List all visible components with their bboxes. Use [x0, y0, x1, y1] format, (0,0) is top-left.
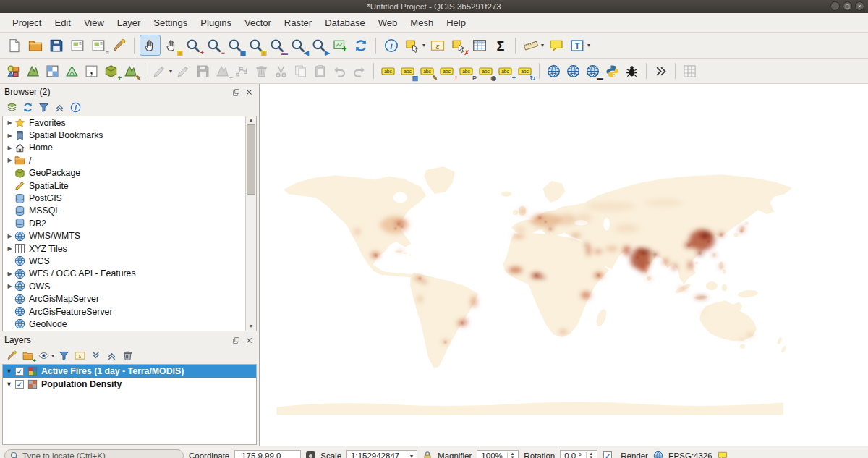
refresh-map-button[interactable] — [351, 35, 370, 55]
crs-value[interactable]: EPSG:4326 — [668, 451, 712, 458]
coordinate-input[interactable]: -175.9,99.0 — [234, 450, 301, 458]
plugin-debug-button[interactable] — [623, 62, 641, 80]
menu-view[interactable]: View — [77, 14, 111, 31]
remove-layer-button[interactable] — [120, 349, 135, 363]
refresh-browser-button[interactable] — [20, 101, 35, 115]
show-hide-labels-button[interactable]: ◉ — [477, 62, 495, 80]
measure-dropdown-icon[interactable]: ▾ — [541, 42, 544, 48]
toolbar-overflow-button[interactable] — [652, 62, 670, 80]
expand-arrow-icon[interactable]: ▶ — [5, 157, 14, 164]
filter-legend-button[interactable] — [56, 349, 71, 363]
browser-item-arcgismapserver[interactable]: ArcGisMapServer — [3, 292, 256, 305]
menu-settings[interactable]: Settings — [147, 14, 194, 31]
new-print-layout-button[interactable] — [67, 35, 87, 55]
float-panel-icon[interactable] — [231, 335, 242, 345]
menu-edit[interactable]: Edit — [48, 14, 77, 31]
select-features-dropdown-icon[interactable]: ▾ — [422, 42, 425, 48]
menu-layer[interactable]: Layer — [111, 14, 148, 31]
layer-diagram-button[interactable]: ▤ — [399, 62, 417, 80]
browser-scrollbar[interactable]: ▲ ▼ — [245, 116, 256, 331]
maximize-window-icon[interactable]: ▢ — [843, 1, 852, 11]
menu-vector[interactable]: Vector — [238, 14, 278, 31]
browser-item-root[interactable]: ▶/ — [3, 154, 256, 166]
scale-combo[interactable]: 1:152942847▾ — [346, 450, 417, 458]
close-panel-icon[interactable] — [244, 335, 255, 345]
menu-project[interactable]: Project — [6, 14, 48, 31]
text-annotation-dropdown-icon[interactable]: ▾ — [587, 42, 590, 48]
open-data-source-manager-button[interactable] — [4, 62, 22, 80]
zoom-to-layer-button[interactable]: ▬ — [267, 35, 286, 55]
expand-arrow-icon[interactable]: ▶ — [5, 271, 14, 277]
manage-map-themes-dropdown-icon[interactable]: ▾ — [51, 352, 54, 359]
statistical-summary-button[interactable] — [490, 35, 510, 55]
browser-item-mssql[interactable]: MSSQL — [3, 205, 256, 217]
open-project-button[interactable] — [25, 35, 45, 55]
lock-scale-icon[interactable] — [422, 451, 433, 458]
browser-item-arcgisfeatureserver[interactable]: ArcGisFeatureServer — [3, 305, 256, 318]
messages-icon[interactable] — [718, 451, 728, 458]
metasearch-button[interactable] — [545, 62, 563, 80]
menu-database[interactable]: Database — [318, 14, 372, 31]
browser-item-wfs-ogc-api-features[interactable]: ▶WFS / OGC API - Features — [3, 268, 256, 280]
scroll-thumb[interactable] — [247, 124, 255, 195]
deselect-features-button[interactable]: ✗ — [448, 35, 468, 55]
browser-item-geopackage[interactable]: GeoPackage — [3, 167, 256, 179]
layout-manager-button[interactable]: ≡ — [88, 35, 108, 55]
osm-place-search-button[interactable]: ▬ — [584, 62, 602, 80]
crs-globe-icon[interactable] — [653, 451, 663, 458]
browser-item-postgis[interactable]: PostGIS — [3, 192, 256, 204]
manage-map-themes-button[interactable] — [36, 349, 51, 363]
add-mesh-layer-button[interactable] — [63, 62, 81, 80]
browser-item-db2[interactable]: DB2 — [3, 217, 256, 229]
close-panel-icon[interactable] — [244, 87, 255, 97]
expand-all-button[interactable] — [88, 349, 103, 363]
scroll-up-icon[interactable]: ▲ — [249, 116, 254, 124]
menu-help[interactable]: Help — [440, 14, 472, 31]
identify-features-button[interactable] — [381, 35, 401, 55]
browser-item-favorites[interactable]: ▶Favorites — [3, 116, 256, 129]
magnifier-spinner[interactable]: 100%▲▼ — [477, 450, 519, 458]
close-window-icon[interactable]: ✕ — [855, 1, 864, 11]
new-project-button[interactable] — [4, 35, 24, 55]
collapse-all-button[interactable] — [52, 101, 67, 115]
zoom-to-selection-button[interactable]: ▣ — [246, 35, 265, 55]
collapse-arrow-icon[interactable]: ▼ — [6, 368, 14, 375]
expand-arrow-icon[interactable]: ▶ — [5, 283, 14, 289]
add-group-button[interactable]: + — [20, 349, 35, 363]
add-selected-layers-button[interactable] — [4, 101, 19, 115]
modify-label-button[interactable]: ✎ — [418, 62, 436, 80]
expand-arrow-icon[interactable]: ▶ — [5, 119, 14, 126]
select-by-expression-button[interactable] — [427, 35, 447, 55]
collapse-arrow-icon[interactable]: ▼ — [6, 381, 14, 388]
pin-unpin-labels-button[interactable]: P — [457, 62, 475, 80]
layer-item-active-fires-1-day-terra-modis[interactable]: ▼✓Active Fires (1 day - Terra/MODIS) — [3, 365, 256, 378]
menu-plugins[interactable]: Plugins — [194, 14, 238, 31]
filter-browser-button[interactable] — [36, 101, 51, 115]
add-raster-layer-button[interactable] — [43, 62, 61, 80]
browser-item-xyz-tiles[interactable]: ▶XYZ Tiles — [3, 242, 256, 255]
menu-raster[interactable]: Raster — [278, 14, 318, 31]
open-attribute-table-button[interactable] — [469, 35, 489, 55]
browser-item-home[interactable]: ▶Home — [3, 142, 256, 154]
add-delimited-text-layer-button[interactable] — [82, 62, 101, 80]
tracking-icon[interactable] — [306, 451, 315, 458]
save-project-button[interactable] — [46, 35, 66, 55]
render-checkbox[interactable]: ✓ — [603, 451, 612, 458]
open-layer-styling-button[interactable] — [4, 349, 19, 363]
new-map-view-button[interactable] — [330, 35, 349, 55]
zoom-out-button[interactable]: − — [204, 35, 224, 55]
measure-button[interactable] — [521, 35, 540, 55]
layer-item-population-density[interactable]: ▼✓Population Density — [3, 378, 256, 391]
add-vector-layer-button[interactable] — [24, 62, 42, 80]
expand-arrow-icon[interactable]: ▶ — [5, 132, 14, 139]
locator-search-input[interactable]: Type to locate (Ctrl+K) — [4, 449, 184, 458]
style-manager-button[interactable] — [109, 35, 129, 55]
expand-arrow-icon[interactable]: ▶ — [5, 145, 14, 151]
new-geopackage-layer-button[interactable]: + — [102, 62, 120, 80]
pan-map-button[interactable] — [140, 35, 161, 56]
minimize-window-icon[interactable]: — — [830, 1, 840, 11]
layer-visibility-checkbox[interactable]: ✓ — [15, 367, 24, 376]
web-service-button[interactable] — [564, 62, 582, 80]
properties-widget-button[interactable] — [68, 101, 82, 115]
menu-mesh[interactable]: Mesh — [404, 14, 440, 31]
